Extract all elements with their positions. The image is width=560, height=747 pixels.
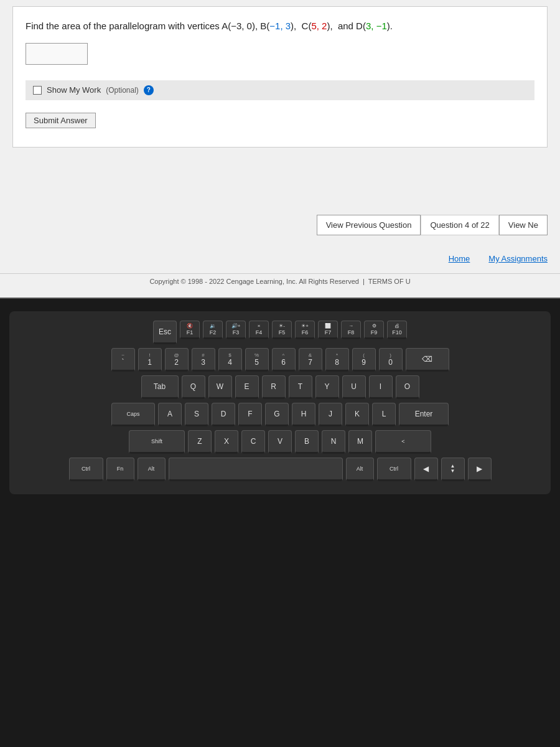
enter-key[interactable]: Enter — [399, 403, 449, 426]
keyboard: Esc 🔇F1 🔉F2 🔊+F3 ×F4 ☀-F5 ☀+F6 ⬜F7 →F8 ⚙… — [9, 311, 551, 494]
r-key[interactable]: R — [262, 375, 286, 399]
j-key[interactable]: J — [319, 403, 342, 426]
6-key[interactable]: ^6 — [272, 348, 296, 372]
question-content-box: Find the area of the parallelogram with … — [12, 6, 548, 148]
tilde-key[interactable]: ~` — [111, 348, 135, 372]
n-key[interactable]: N — [322, 430, 345, 454]
f1-key[interactable]: 🔇F1 — [180, 321, 200, 339]
view-next-question-button[interactable]: View Ne — [499, 215, 548, 235]
f9-key[interactable]: ⚙F9 — [364, 321, 384, 339]
t-key[interactable]: T — [289, 375, 312, 399]
right-arrow-key[interactable]: ▶ — [468, 458, 492, 481]
c-key[interactable]: C — [241, 430, 265, 454]
view-previous-question-button[interactable]: View Previous Question — [317, 215, 421, 235]
asdf-row: Caps A S D F G H J K L Enter — [16, 403, 544, 426]
esc-key[interactable]: Esc — [153, 321, 177, 344]
browser-content-area: Find the area of the parallelogram with … — [0, 0, 560, 299]
submit-answer-button[interactable]: Submit Answer — [26, 113, 96, 128]
f4-key[interactable]: ×F4 — [249, 321, 269, 339]
number-key-row: ~` !1 @2 #3 $4 %5 ^6 &7 *8 (9 )0 ⌫ — [16, 348, 544, 372]
space-key[interactable] — [169, 458, 343, 481]
question-text: Find the area of the parallelogram with … — [26, 19, 534, 34]
right-shift-key[interactable]: < — [375, 430, 431, 454]
f3-key[interactable]: 🔊+F3 — [226, 321, 246, 339]
f10-key[interactable]: 🖨F10 — [387, 321, 407, 339]
fn-key-row: Esc 🔇F1 🔉F2 🔊+F3 ×F4 ☀-F5 ☀+F6 ⬜F7 →F8 ⚙… — [16, 321, 544, 344]
terms-text: TERMS OF U — [368, 278, 411, 285]
f5-key[interactable]: ☀-F5 — [272, 321, 292, 339]
i-key[interactable]: I — [369, 375, 393, 399]
ctrl-key[interactable]: Ctrl — [69, 458, 103, 481]
v-key[interactable]: V — [268, 430, 292, 454]
copyright-bar: Copyright © 1998 - 2022 Cengage Learning… — [0, 273, 560, 285]
0-key[interactable]: )0 — [379, 348, 403, 372]
copyright-text: Copyright © 1998 - 2022 Cengage Learning… — [149, 278, 358, 285]
1-key[interactable]: !1 — [138, 348, 162, 372]
f-key[interactable]: F — [238, 403, 262, 426]
s-key[interactable]: S — [185, 403, 208, 426]
9-key[interactable]: (9 — [352, 348, 376, 372]
show-my-work-section: Show My Work (Optional) ? — [26, 80, 534, 100]
answer-input[interactable] — [26, 43, 88, 65]
help-icon[interactable]: ? — [144, 85, 154, 95]
qwerty-row: Tab Q W E R T Y U I O — [16, 375, 544, 399]
4-key[interactable]: $4 — [218, 348, 242, 372]
d-key[interactable]: D — [212, 403, 235, 426]
question-counter: Question 4 of 22 — [421, 215, 498, 235]
h-key[interactable]: H — [292, 403, 315, 426]
my-assignments-link[interactable]: My Assignments — [488, 254, 548, 263]
2-key[interactable]: @2 — [165, 348, 189, 372]
u-key[interactable]: U — [342, 375, 366, 399]
bottom-row: Ctrl Fn Alt Alt Ctrl ◀ ▲▼ ▶ — [16, 458, 544, 481]
left-shift-key[interactable]: Shift — [129, 430, 185, 454]
q-key[interactable]: Q — [182, 375, 205, 399]
8-key[interactable]: *8 — [325, 348, 349, 372]
y-key[interactable]: Y — [315, 375, 339, 399]
o-key[interactable]: O — [396, 375, 419, 399]
m-key[interactable]: M — [348, 430, 372, 454]
3-key[interactable]: #3 — [192, 348, 215, 372]
up-arrow-key[interactable]: ▲▼ — [441, 458, 465, 481]
tab-key[interactable]: Tab — [141, 375, 179, 399]
f7-key[interactable]: ⬜F7 — [318, 321, 338, 339]
l-key[interactable]: L — [372, 403, 396, 426]
g-key[interactable]: G — [265, 403, 289, 426]
k-key[interactable]: K — [345, 403, 369, 426]
caps-key[interactable]: Caps — [111, 403, 155, 426]
left-arrow-key[interactable]: ◀ — [414, 458, 438, 481]
footer-links: Home My Assignments — [449, 254, 548, 263]
w-key[interactable]: W — [208, 375, 232, 399]
x-key[interactable]: X — [215, 430, 238, 454]
right-ctrl-key[interactable]: Ctrl — [377, 458, 411, 481]
fn-bottom-key[interactable]: Fn — [106, 458, 134, 481]
e-key[interactable]: E — [235, 375, 259, 399]
show-work-checkbox[interactable] — [33, 86, 42, 95]
show-work-qualifier: (Optional) — [106, 86, 139, 95]
zxcv-row: Shift Z X C V B N M < — [16, 430, 544, 454]
z-key[interactable]: Z — [188, 430, 212, 454]
f6-key[interactable]: ☀+F6 — [295, 321, 315, 339]
f8-key[interactable]: →F8 — [341, 321, 361, 339]
home-link[interactable]: Home — [449, 254, 470, 263]
keyboard-area: Esc 🔇F1 🔉F2 🔊+F3 ×F4 ☀-F5 ☀+F6 ⬜F7 →F8 ⚙… — [0, 299, 560, 747]
show-work-label: Show My Work — [47, 85, 101, 95]
backspace-key[interactable]: ⌫ — [406, 348, 449, 372]
a-key[interactable]: A — [158, 403, 182, 426]
7-key[interactable]: &7 — [299, 348, 322, 372]
alt-key[interactable]: Alt — [138, 458, 166, 481]
f2-key[interactable]: 🔉F2 — [203, 321, 223, 339]
5-key[interactable]: %5 — [245, 348, 269, 372]
right-alt-key[interactable]: Alt — [346, 458, 374, 481]
answer-input-box[interactable] — [26, 43, 534, 74]
navigation-bar: View Previous Question Question 4 of 22 … — [0, 209, 560, 242]
b-key[interactable]: B — [295, 430, 319, 454]
